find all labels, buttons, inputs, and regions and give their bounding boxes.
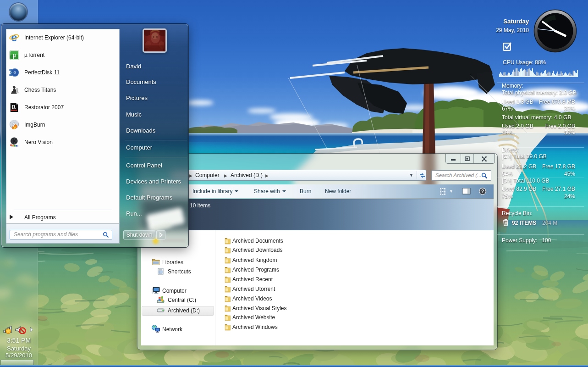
svg-text:e: e bbox=[11, 33, 17, 43]
svg-text:µ: µ bbox=[12, 52, 16, 59]
svg-text:?: ? bbox=[481, 189, 484, 194]
svg-text:R: R bbox=[12, 104, 16, 110]
